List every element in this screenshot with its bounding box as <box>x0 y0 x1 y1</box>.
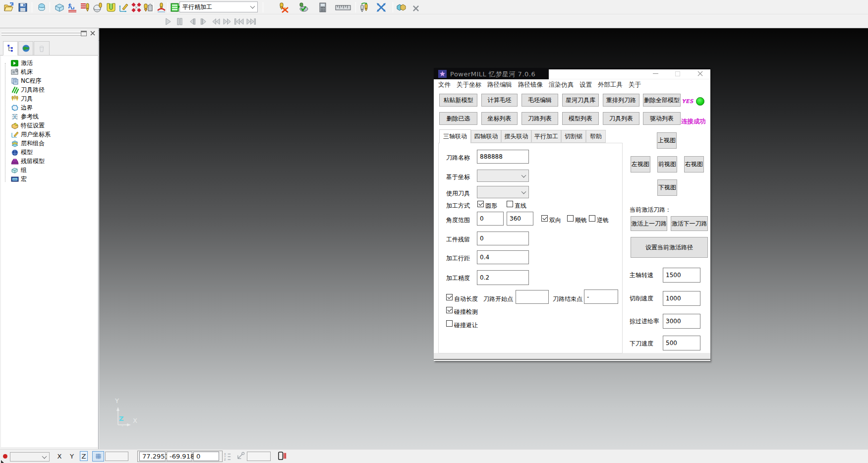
activate-next-button[interactable]: 激活下一刀路 <box>671 216 708 231</box>
drive-list-button[interactable]: 驱动列表 <box>643 112 681 125</box>
tool-block-icon[interactable] <box>142 1 154 13</box>
bidir-checkbox[interactable] <box>541 215 548 222</box>
measure-icon[interactable] <box>118 1 130 13</box>
tree-item-nc-program[interactable]: NC程序 <box>1 76 41 85</box>
menu-external-tools[interactable]: 外部工具 <box>595 81 626 89</box>
view-top-button[interactable]: 上视图 <box>657 132 677 149</box>
grid-size-input[interactable] <box>105 452 128 461</box>
tab-explorer[interactable] <box>3 41 18 56</box>
model-list-button[interactable]: 模型列表 <box>562 112 599 125</box>
tab-3axis[interactable]: 三轴联动 <box>439 129 471 143</box>
toolpath-icon[interactable] <box>79 1 91 13</box>
stock-input[interactable]: 0 <box>477 232 529 245</box>
toolpath-list-button[interactable]: 刀路列表 <box>521 112 558 125</box>
angle-from-input[interactable]: 0 <box>477 212 504 226</box>
coord-dropdown[interactable] <box>477 170 529 182</box>
go-end-icon[interactable] <box>245 16 257 26</box>
clipboard-toggle-icon[interactable] <box>278 451 287 462</box>
axis-x-button[interactable]: X <box>56 451 63 461</box>
menu-settings[interactable]: 设置 <box>577 81 595 89</box>
tree-item-feature-sets[interactable]: 特征设置 <box>1 121 45 130</box>
angle-to-input[interactable]: 360 <box>507 212 533 226</box>
fast-forward-icon[interactable] <box>222 16 232 26</box>
play-icon[interactable] <box>164 16 173 26</box>
tree-item-groups[interactable]: 组 <box>1 166 27 174</box>
tab-recycle[interactable] <box>34 41 50 56</box>
menu-path-edit[interactable]: 路径编辑 <box>484 81 515 89</box>
tree-item-workplanes[interactable]: +用户坐标系 <box>1 130 51 139</box>
collision-check-checkbox[interactable] <box>446 307 453 313</box>
panel-header[interactable] <box>0 30 99 39</box>
plunge-input[interactable]: 500 <box>663 336 700 350</box>
minimize-button[interactable] <box>648 68 663 79</box>
block-icon[interactable] <box>54 1 65 13</box>
maximize-button[interactable] <box>670 68 685 79</box>
close-button[interactable] <box>693 68 707 79</box>
view-left-button[interactable]: 左视图 <box>631 156 650 173</box>
tool-list-button[interactable]: 刀具列表 <box>603 112 639 125</box>
start-point-input[interactable] <box>516 290 549 304</box>
menu-path-mirror[interactable]: 路径镜像 <box>515 81 546 89</box>
calc-stock-button[interactable]: 计算毛坯 <box>481 94 518 107</box>
tool-arc-icon[interactable] <box>156 1 168 13</box>
tree-item-levels[interactable]: 层和组合 <box>1 139 45 148</box>
axis-y-button[interactable]: Y <box>68 451 76 461</box>
points-icon[interactable] <box>130 1 142 13</box>
tab-parallel[interactable]: 平行加工 <box>531 130 561 143</box>
tab-4axis[interactable]: 四轴联动 <box>471 130 501 143</box>
tree-item-patterns[interactable]: 参考线 <box>1 112 39 121</box>
end-point-input[interactable]: - <box>584 289 618 304</box>
rewind-icon[interactable] <box>210 16 221 26</box>
skim-input[interactable]: 3000 <box>663 314 700 329</box>
edit-stock-button[interactable]: 毛坯编辑 <box>521 94 558 107</box>
tree-item-models[interactable]: 模型 <box>1 148 33 157</box>
tree-item-tools[interactable]: 刀具 <box>1 94 33 103</box>
save-icon[interactable] <box>17 1 29 13</box>
set-active-path-button[interactable]: 设置当前激活路径 <box>631 237 708 258</box>
tree-item-boundaries[interactable]: 边界 <box>1 103 33 112</box>
tree-item-stock-models[interactable]: 残留模型 <box>1 157 45 166</box>
view-bottom-button[interactable]: 下视图 <box>657 179 677 196</box>
go-start-icon[interactable] <box>233 16 245 26</box>
tolerance-input[interactable]: 0.2 <box>477 270 529 285</box>
compass-icon[interactable] <box>236 452 245 462</box>
autolength-checkbox[interactable] <box>446 294 453 300</box>
tab-saw[interactable]: 切割锯 <box>561 130 586 143</box>
coord-list-button[interactable]: 坐标列表 <box>481 112 518 125</box>
tolerance-status-input[interactable] <box>247 452 271 461</box>
tree-item-toolpaths[interactable]: 刀具路径 <box>1 85 45 94</box>
activate-prev-button[interactable]: 激活上一刀路 <box>631 216 667 231</box>
tab-web[interactable] <box>18 41 33 56</box>
circle-checkbox[interactable] <box>477 201 484 207</box>
delete-all-models-button[interactable]: 删除全部模型 <box>643 94 681 107</box>
axis-z-button[interactable]: Z <box>80 451 88 461</box>
step-forward-icon[interactable] <box>199 16 209 26</box>
pause-icon[interactable] <box>175 16 184 26</box>
tree-item-macros[interactable]: +宏 <box>1 174 27 183</box>
tool-dropdown[interactable] <box>477 186 529 198</box>
spindle-input[interactable]: 1500 <box>663 268 700 283</box>
menu-about[interactable]: 关于 <box>626 81 644 89</box>
menu-file[interactable]: 文件 <box>435 81 454 89</box>
tab-swivel[interactable]: 摆头联动 <box>501 130 531 143</box>
cutting-input[interactable]: 1000 <box>663 291 700 306</box>
delete-selected-button[interactable]: 删除已选 <box>439 112 477 125</box>
status-dropdown[interactable] <box>10 452 50 462</box>
tool-library-button[interactable]: 星河刀具库 <box>562 94 599 107</box>
paste-model-button[interactable]: 粘贴新模型 <box>439 94 477 107</box>
conventional-checkbox[interactable] <box>589 215 595 222</box>
tree-item-machine[interactable]: 机床 <box>1 67 33 76</box>
stepover-input[interactable]: 0.4 <box>477 250 529 264</box>
xyz-list-icon[interactable]: XYZ <box>224 452 231 462</box>
collision-avoid-checkbox[interactable] <box>446 320 453 327</box>
line-checkbox[interactable] <box>507 201 513 207</box>
rearrange-toolpath-button[interactable]: 重排列刀路 <box>603 94 639 107</box>
pattern-icon[interactable] <box>66 1 78 13</box>
menu-coords[interactable]: 关于坐标 <box>454 81 484 89</box>
view-right-button[interactable]: 右视图 <box>684 156 704 173</box>
close-panel-icon[interactable] <box>90 30 96 38</box>
grid-toggle-button[interactable] <box>92 451 104 462</box>
stock-icon[interactable] <box>105 1 117 13</box>
tree-item-active[interactable]: 激活 <box>1 58 33 67</box>
print-icon[interactable] <box>36 1 48 13</box>
